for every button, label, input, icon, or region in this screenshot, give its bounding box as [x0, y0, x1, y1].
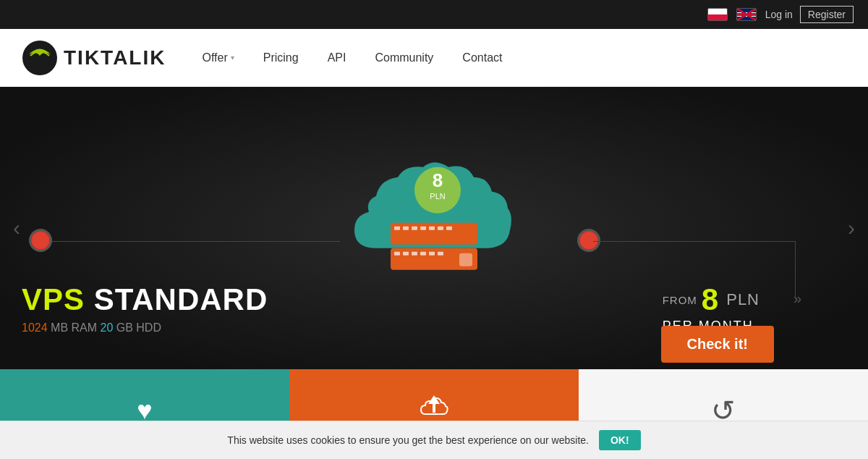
uk-flag-icon[interactable] [736, 8, 757, 21]
svg-rect-4 [391, 223, 477, 245]
nav-link-pricing[interactable]: Pricing [249, 44, 313, 72]
svg-rect-5 [394, 227, 400, 230]
svg-text:8: 8 [433, 169, 443, 191]
login-link[interactable]: Log in [765, 9, 793, 20]
nav-item-api[interactable]: API [313, 44, 361, 72]
hero-line-left [51, 241, 340, 242]
nav-link-api[interactable]: API [313, 44, 361, 72]
svg-rect-14 [403, 252, 409, 256]
offer-arrow-icon: ▾ [231, 54, 234, 62]
cookie-message: This website uses cookies to ensure you … [227, 434, 589, 446]
logo-icon [22, 40, 58, 76]
svg-rect-13 [394, 252, 400, 256]
cookie-bar: This website uses cookies to ensure you … [0, 421, 868, 459]
vps-ram-unit: MB RAM [51, 321, 97, 334]
nav-item-pricing[interactable]: Pricing [249, 44, 313, 72]
svg-rect-6 [403, 227, 409, 230]
logo-text: TIKTALIK [64, 46, 166, 70]
nav-link-offer[interactable]: Offer ▾ [187, 44, 248, 72]
check-it-button[interactable]: Check it! [661, 326, 774, 363]
hero-prev-arrow[interactable]: ‹ [6, 209, 27, 248]
svg-point-0 [22, 41, 57, 75]
svg-rect-10 [438, 227, 443, 230]
nav-item-contact[interactable]: Contact [448, 44, 516, 72]
hero-text-left: VPS STANDARD 1024 MB RAM 20 GB HDD [22, 282, 268, 334]
svg-rect-7 [412, 227, 417, 230]
polish-flag-icon[interactable] [707, 8, 728, 21]
hero-currency: PLN [726, 290, 760, 309]
cookie-ok-button[interactable]: OK! [599, 430, 641, 450]
svg-rect-15 [412, 252, 417, 256]
vps-hdd: 20 [101, 321, 114, 334]
top-bar-links: Log in Register [765, 6, 854, 23]
svg-rect-19 [459, 253, 472, 266]
navbar: TIKTALIK Offer ▾ Pricing API Community [0, 29, 868, 87]
vps-title: VPS STANDARD [22, 282, 268, 317]
nav-link-contact[interactable]: Contact [448, 44, 516, 72]
svg-rect-16 [420, 252, 426, 256]
hero-section: » 8 PLN [0, 87, 868, 369]
vps-plan: STANDARD [94, 282, 268, 316]
svg-text:PLN: PLN [430, 192, 445, 201]
svg-rect-11 [446, 227, 452, 230]
hero-line-right [593, 241, 796, 242]
nav-item-offer[interactable]: Offer ▾ [187, 44, 248, 72]
hero-chevrons: » [793, 290, 801, 307]
hero-dot-right [577, 229, 600, 252]
svg-rect-18 [438, 252, 443, 256]
nav-links: Offer ▾ Pricing API Community Contact [187, 44, 516, 72]
from-label: FROM 8 PLN [663, 282, 760, 317]
svg-rect-8 [420, 227, 426, 230]
logo[interactable]: TIKTALIK [22, 40, 166, 76]
svg-rect-17 [429, 252, 435, 256]
top-bar: Log in Register [0, 0, 868, 29]
vps-ram: 1024 [22, 321, 48, 334]
hero-dot-left [29, 229, 52, 252]
vps-tag: VPS [22, 282, 85, 316]
nav-item-community[interactable]: Community [360, 44, 448, 72]
hero-next-arrow[interactable]: › [841, 209, 862, 248]
cloud-illustration: 8 PLN [333, 147, 535, 295]
svg-rect-9 [429, 227, 435, 230]
vps-specs: 1024 MB RAM 20 GB HDD [22, 321, 268, 334]
nav-link-community[interactable]: Community [360, 44, 448, 72]
hero-price: 8 [702, 282, 719, 317]
register-link[interactable]: Register [800, 6, 854, 23]
vps-hdd-unit: GB HDD [116, 321, 161, 334]
